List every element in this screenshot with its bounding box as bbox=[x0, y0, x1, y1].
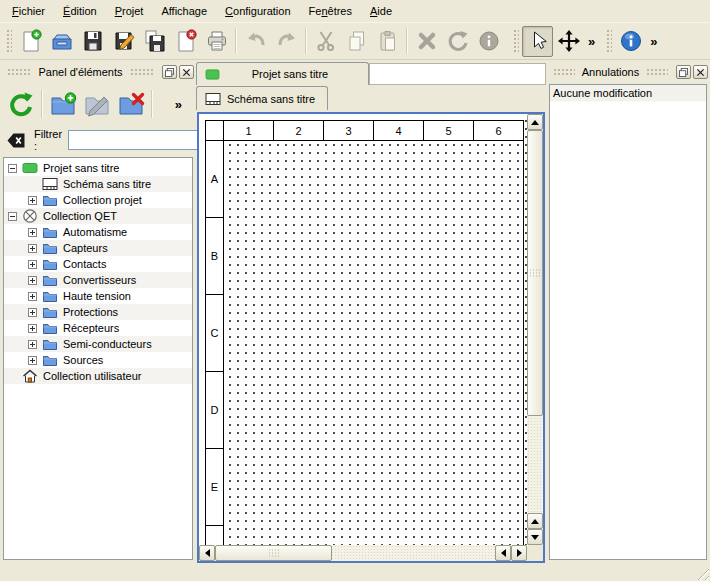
scroll-up-button[interactable] bbox=[527, 513, 543, 529]
redo-button[interactable] bbox=[271, 26, 302, 57]
expand-expander[interactable] bbox=[28, 292, 37, 301]
undo-button[interactable] bbox=[240, 26, 271, 57]
edit-category-icon bbox=[83, 90, 111, 118]
titlebar-grip bbox=[646, 68, 668, 76]
tree-item-contacts[interactable]: Contacts bbox=[4, 256, 192, 272]
toolbar-overflow-chevron[interactable]: » bbox=[646, 34, 661, 49]
print-button[interactable] bbox=[201, 26, 232, 57]
paste-icon bbox=[376, 29, 400, 53]
filter-label: Filtrer : bbox=[34, 128, 62, 152]
collapse-expander[interactable] bbox=[8, 212, 17, 221]
expand-expander[interactable] bbox=[28, 276, 37, 285]
close-panel-button[interactable] bbox=[693, 65, 708, 79]
save-as-icon bbox=[112, 29, 136, 53]
menu-edition[interactable]: Édition bbox=[55, 2, 105, 20]
tree-item-schema-sans-titre[interactable]: Schéma sans titre bbox=[4, 176, 192, 192]
scroll-left-button[interactable] bbox=[495, 545, 511, 561]
close-document-button[interactable] bbox=[170, 26, 201, 57]
clear-filter-icon bbox=[6, 130, 26, 150]
element-info-button[interactable] bbox=[473, 26, 504, 57]
float-panel-button[interactable] bbox=[162, 65, 177, 79]
save-as-button[interactable] bbox=[108, 26, 139, 57]
tree-item-collection-projet[interactable]: Collection projet bbox=[4, 192, 192, 208]
pan-mode-button[interactable] bbox=[553, 26, 584, 57]
save-button[interactable] bbox=[77, 26, 108, 57]
scroll-down-button[interactable] bbox=[527, 529, 543, 545]
menu-affichage[interactable]: Affichage bbox=[153, 2, 215, 20]
tree-item-semi-conducteurs[interactable]: Semi-conducteurs bbox=[4, 336, 192, 352]
tree-item-collection-utilisateur[interactable]: Collection utilisateur bbox=[4, 368, 192, 384]
expand-expander[interactable] bbox=[28, 244, 37, 253]
cut-button[interactable] bbox=[310, 26, 341, 57]
expand-expander[interactable] bbox=[28, 324, 37, 333]
open-icon bbox=[50, 29, 74, 53]
horizontal-scrollbar[interactable] bbox=[199, 545, 527, 561]
menu-configuration[interactable]: Configuration bbox=[217, 2, 298, 20]
float-panel-button[interactable] bbox=[676, 65, 691, 79]
toolbar-drag-handle[interactable] bbox=[5, 28, 12, 54]
elements-panel-titlebar[interactable]: Panel d'éléments bbox=[2, 62, 194, 82]
schema-canvas[interactable]: 1 2 3 4 5 6 A B C D E bbox=[199, 114, 527, 545]
expand-expander[interactable] bbox=[28, 196, 37, 205]
tab-projet-sans-titre[interactable]: Projet sans titre bbox=[196, 62, 369, 85]
undo-panel-titlebar[interactable]: Annulations bbox=[548, 62, 708, 82]
panel-overflow-chevron[interactable]: » bbox=[171, 97, 186, 112]
scroll-up-button[interactable] bbox=[527, 114, 543, 130]
expand-expander[interactable] bbox=[28, 356, 37, 365]
collapse-expander[interactable] bbox=[8, 164, 17, 173]
new-document-button[interactable] bbox=[15, 26, 46, 57]
tree-item-capteurs[interactable]: Capteurs bbox=[4, 240, 192, 256]
toolbar-overflow-chevron[interactable]: » bbox=[584, 34, 599, 49]
tree-item-recepteurs[interactable]: Récepteurs bbox=[4, 320, 192, 336]
menu-fenetres[interactable]: Fenêtres bbox=[301, 2, 360, 20]
toolbar-separator bbox=[235, 28, 237, 54]
expand-expander[interactable] bbox=[28, 340, 37, 349]
undo-history-list[interactable]: Aucune modification bbox=[549, 84, 707, 560]
undo-history-item[interactable]: Aucune modification bbox=[550, 85, 706, 102]
selection-mode-button[interactable] bbox=[522, 26, 553, 57]
frame-row-label: D bbox=[205, 371, 224, 449]
folder-icon bbox=[42, 288, 59, 304]
save-all-button[interactable] bbox=[139, 26, 170, 57]
project-info-button[interactable] bbox=[615, 26, 646, 57]
scrollbar-thumb[interactable] bbox=[527, 130, 543, 416]
tree-item-automatisme[interactable]: Automatisme bbox=[4, 224, 192, 240]
expand-expander[interactable] bbox=[28, 260, 37, 269]
paste-button[interactable] bbox=[372, 26, 403, 57]
rotate-button[interactable] bbox=[442, 26, 473, 57]
elements-tree[interactable]: Projet sans titre Schéma sans titre Coll… bbox=[3, 157, 193, 560]
thumb-grip bbox=[268, 549, 280, 558]
delete-button[interactable] bbox=[411, 26, 442, 57]
scroll-right-button[interactable] bbox=[511, 545, 527, 561]
expand-expander[interactable] bbox=[28, 308, 37, 317]
vertical-scrollbar[interactable] bbox=[527, 114, 543, 545]
expand-expander[interactable] bbox=[28, 228, 37, 237]
menu-fichier[interactable]: Fichier bbox=[4, 2, 53, 20]
scroll-left-button[interactable] bbox=[199, 545, 215, 561]
tree-item-protections[interactable]: Protections bbox=[4, 304, 192, 320]
tab-schema-sans-titre[interactable]: Schéma sans titre bbox=[196, 86, 328, 110]
reload-collections-button[interactable] bbox=[4, 87, 38, 121]
scrollbar-thumb[interactable] bbox=[215, 545, 332, 561]
toolbar-separator bbox=[305, 28, 307, 54]
tree-item-collection-qet[interactable]: Collection QET bbox=[4, 208, 192, 224]
open-project-button[interactable] bbox=[46, 26, 77, 57]
close-panel-button[interactable] bbox=[179, 65, 194, 79]
delete-category-icon bbox=[117, 90, 145, 118]
edit-category-button[interactable] bbox=[80, 87, 114, 121]
tree-item-convertisseurs[interactable]: Convertisseurs bbox=[4, 272, 192, 288]
menu-projet[interactable]: Projet bbox=[107, 2, 152, 20]
tree-item-sources[interactable]: Sources bbox=[4, 352, 192, 368]
left-arrow-icon bbox=[201, 549, 210, 557]
delete-category-button[interactable] bbox=[114, 87, 148, 121]
toolbar-drag-handle[interactable] bbox=[512, 28, 519, 54]
toolbar-drag-handle[interactable] bbox=[605, 28, 612, 54]
tree-item-haute-tension[interactable]: Haute tension bbox=[4, 288, 192, 304]
clear-filter-button[interactable] bbox=[6, 130, 26, 150]
toolbar-separator bbox=[41, 90, 43, 118]
copy-button[interactable] bbox=[341, 26, 372, 57]
new-category-button[interactable] bbox=[46, 87, 80, 121]
menu-aide[interactable]: Aide bbox=[362, 2, 400, 20]
folder-icon bbox=[42, 304, 59, 320]
tree-item-projet-sans-titre[interactable]: Projet sans titre bbox=[4, 160, 192, 176]
